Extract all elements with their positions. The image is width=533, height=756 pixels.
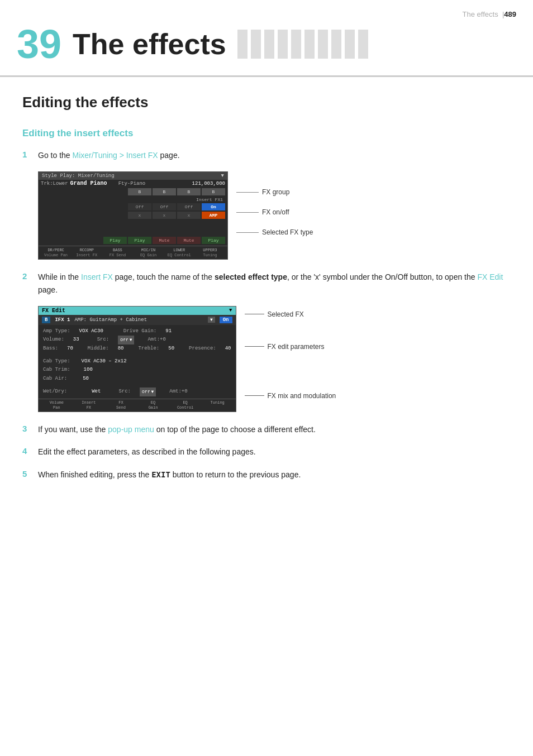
screenshot-1: Style Play: Mixer/Tuning ▼ Trk:Lower Gra… bbox=[38, 171, 511, 260]
annotation-selected-fx: Selected FX type bbox=[236, 228, 313, 236]
steps-3-5: 3 If you want, use the pop-up menu on to… bbox=[22, 423, 511, 481]
play-cell-1[interactable]: Play bbox=[103, 237, 127, 244]
play-cell-2[interactable]: Play bbox=[128, 237, 151, 244]
footer-cell-5[interactable]: LOWEREQ Control bbox=[164, 247, 194, 258]
step-number-5: 5 bbox=[22, 469, 38, 479]
fx-edit-titlebar: FX Edit ▼ bbox=[39, 307, 236, 315]
annotation-fx-mix: FX mix and modulation bbox=[245, 392, 336, 400]
x-cell-2[interactable]: x bbox=[153, 212, 176, 219]
chapter-title: The effects bbox=[73, 27, 226, 61]
fx-footer-2[interactable]: InsertFX bbox=[73, 400, 105, 410]
b-cell-2: B bbox=[153, 188, 176, 195]
fx-amp-label: AMP: GuitarAmp + Cabinet bbox=[74, 317, 203, 323]
off-cell-1[interactable]: Off bbox=[128, 203, 151, 210]
mixer-panel: Style Play: Mixer/Tuning ▼ Trk:Lower Gra… bbox=[38, 171, 228, 260]
fx-edit-footer: VolumePan InsertFX FXSend EQGain EQContr… bbox=[39, 399, 236, 412]
param-volume: Volume: 33 Src: Off ▼ Amt:+0 bbox=[43, 336, 231, 344]
step-number-2: 2 bbox=[22, 271, 38, 281]
fx-footer-1[interactable]: VolumePan bbox=[41, 400, 73, 410]
header-text: The effects |489 bbox=[463, 10, 516, 18]
footer-cell-2[interactable]: RCCOMPInsert FX bbox=[72, 247, 102, 258]
play-cell-3[interactable]: Play bbox=[202, 237, 225, 244]
annotation-fx-group: FX group bbox=[236, 188, 313, 196]
fx-b-box: B bbox=[42, 317, 50, 323]
annotations-panel1: FX group FX on/off Selected FX type bbox=[236, 171, 313, 236]
insert-fx-label: Insert FX1 bbox=[196, 197, 223, 202]
param-amp-type: Amp Type: VOX AC30 Drive Gain: 91 bbox=[43, 327, 231, 336]
step-number-3: 3 bbox=[22, 424, 38, 433]
footer-cell-6[interactable]: UPPER3Tuning bbox=[195, 247, 225, 258]
src-dropdown-2[interactable]: Off ▼ bbox=[140, 387, 156, 396]
amp-cell[interactable]: AMP bbox=[202, 212, 225, 219]
off-cell-2[interactable]: Off bbox=[153, 203, 176, 210]
fx-on-button[interactable]: On bbox=[220, 317, 232, 323]
fx-edit-panel: FX Edit ▼ B IFX 1 AMP: GuitarAmp + Cabin… bbox=[38, 306, 236, 412]
step-4: 4 Edit the effect parameters, as describ… bbox=[22, 446, 511, 458]
param-cab-air: Cab Air: 50 bbox=[43, 375, 231, 383]
src-dropdown-1[interactable]: Off ▼ bbox=[118, 336, 134, 344]
param-cab-type: Cab Type: VOX AC30 – 2x12 bbox=[43, 357, 231, 366]
fx-footer-6[interactable]: Tuning bbox=[202, 400, 234, 410]
off-cell-3[interactable]: Off bbox=[177, 203, 201, 210]
on-cell[interactable]: On bbox=[202, 203, 225, 210]
step-2: 2 While in the Insert FX page, touch the… bbox=[22, 271, 511, 296]
footer-cell-1[interactable]: DR/PERCVolume Pan bbox=[41, 247, 71, 258]
mute-cell-2[interactable]: Mute bbox=[177, 237, 201, 244]
fx-dropdown[interactable]: ▼ bbox=[208, 317, 215, 323]
param-bass: Bass: 70 Middle: 80 Treble: 50 Presence:… bbox=[43, 344, 231, 353]
b-cell-4: B bbox=[202, 188, 225, 195]
fx-edit-headerrow: B IFX 1 AMP: GuitarAmp + Cabinet ▼ On bbox=[39, 315, 236, 325]
panel-row-1: Trk:Lower Grand Piano Fty-Piano 121,003,… bbox=[39, 180, 227, 187]
step-number-1: 1 bbox=[22, 150, 38, 159]
fx-ifx-label: IFX 1 bbox=[55, 317, 70, 323]
footer-cell-3[interactable]: BASSFX Send bbox=[102, 247, 132, 258]
fx-footer-4[interactable]: EQGain bbox=[137, 400, 169, 410]
chapter-decoration bbox=[237, 30, 516, 59]
fx-footer-5[interactable]: EQControl bbox=[169, 400, 201, 410]
step-3: 3 If you want, use the pop-up menu on to… bbox=[22, 423, 511, 436]
fx-footer-3[interactable]: FXSend bbox=[105, 400, 137, 410]
page-header: The effects |489 bbox=[0, 0, 533, 18]
chapter-number: 39 bbox=[17, 24, 61, 64]
step-5: 5 When finished editing, press the EXIT … bbox=[22, 468, 511, 481]
param-cab-trim: Cab Trim: 100 bbox=[43, 366, 231, 374]
annotation-selected-fx-2: Selected FX bbox=[245, 310, 336, 318]
step-text-4: Edit the effect parameters, as described… bbox=[38, 446, 511, 458]
step-number-4: 4 bbox=[22, 446, 38, 456]
x-cell-1[interactable]: x bbox=[128, 212, 151, 219]
b-cell-3: B bbox=[177, 188, 201, 195]
param-wet-dry: Wet/Dry: Wet Src: Off ▼ Amt:+0 bbox=[43, 387, 231, 396]
panel-titlebar: Style Play: Mixer/Tuning ▼ bbox=[39, 172, 227, 180]
main-content: Editing the effects Editing the insert e… bbox=[0, 77, 533, 508]
subsection-title: Editing the insert effects bbox=[22, 128, 511, 139]
step-1: 1 Go to the Mixer/Tuning > Insert FX pag… bbox=[22, 149, 511, 161]
annotation-fx-onoff: FX on/off bbox=[236, 208, 313, 216]
step-text-2: While in the Insert FX page, touch the n… bbox=[38, 271, 511, 296]
step-text-3: If you want, use the pop-up menu on top … bbox=[38, 423, 511, 436]
section-title: Editing the effects bbox=[22, 94, 511, 111]
mute-cell-1[interactable]: Mute bbox=[153, 237, 176, 244]
x-cell-3[interactable]: x bbox=[177, 212, 201, 219]
fx-params: Amp Type: VOX AC30 Drive Gain: 91 Volume… bbox=[39, 325, 236, 399]
annotations-panel2: Selected FX FX edit parameters FX mix an… bbox=[245, 306, 336, 400]
footer-cell-4[interactable]: MIC/INEQ Gain bbox=[134, 247, 164, 258]
chapter-heading: 39 The effects bbox=[0, 18, 533, 77]
step-text-1: Go to the Mixer/Tuning > Insert FX page. bbox=[38, 149, 511, 161]
screenshot-2: FX Edit ▼ B IFX 1 AMP: GuitarAmp + Cabin… bbox=[38, 306, 511, 412]
step-text-5: When finished editing, press the EXIT bu… bbox=[38, 468, 511, 481]
annotation-fx-edit-params: FX edit parameters bbox=[245, 343, 336, 351]
b-cell-1: B bbox=[128, 188, 151, 195]
